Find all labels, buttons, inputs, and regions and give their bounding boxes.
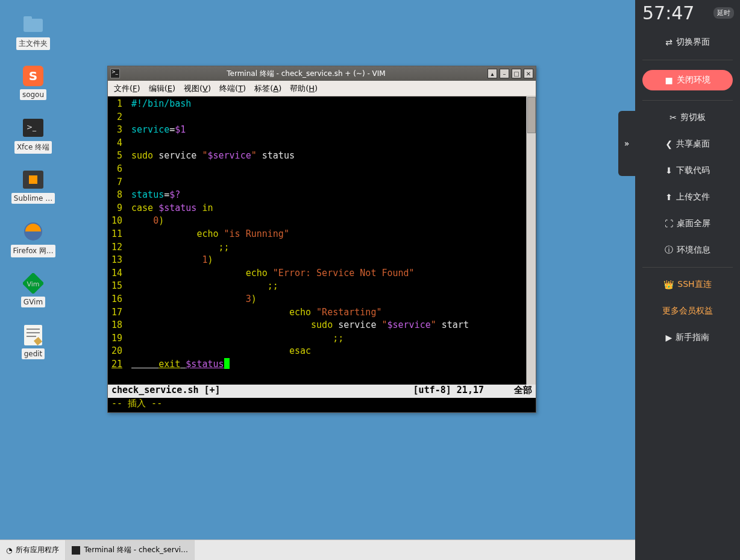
menu-item[interactable]: 编辑(E) bbox=[149, 83, 175, 94]
terminal-icon bbox=[110, 69, 120, 78]
stop-icon: ■ bbox=[665, 75, 673, 85]
timer: 57:47 bbox=[642, 2, 694, 24]
code-line: 5 sudo service "$service" status bbox=[110, 149, 526, 163]
sidebar-item-icon: ⬆ bbox=[665, 192, 673, 202]
status-position: 全部 bbox=[514, 385, 532, 398]
sidebar-collapse-tab[interactable]: » bbox=[618, 111, 635, 176]
terminal-area[interactable]: 1 #!/bin/bash2 3 service=$14 5 sudo serv… bbox=[108, 96, 536, 385]
sogou-icon: S bbox=[21, 65, 45, 87]
sidebar-item-label: 桌面全屏 bbox=[677, 218, 710, 229]
gvim-icon: Vim bbox=[21, 272, 45, 294]
line-number: 10 bbox=[110, 215, 126, 228]
rollup-button[interactable]: ▴ bbox=[488, 69, 497, 78]
terminal-icon bbox=[72, 546, 80, 555]
taskbar-terminal-task[interactable]: Terminal 终端 - check_servi… bbox=[66, 540, 195, 560]
menu-item[interactable]: 文件(F) bbox=[114, 83, 140, 94]
code-line: 4 bbox=[110, 137, 526, 150]
minimize-button[interactable]: – bbox=[500, 69, 509, 78]
desktop-icon-xfce-terminal[interactable]: >_Xfce 终端 bbox=[10, 117, 57, 154]
terminal-body[interactable]: 1 #!/bin/bash2 3 service=$14 5 sudo serv… bbox=[108, 96, 526, 385]
terminal-window: Terminal 终端 - check_service.sh + (~) - V… bbox=[107, 66, 536, 413]
newbie-guide-button[interactable]: ▶ 新手指南 bbox=[635, 324, 740, 351]
icon-label: gedit bbox=[22, 348, 45, 359]
line-number: 18 bbox=[110, 319, 126, 332]
desktop-icon-home-folder[interactable]: 主文件夹 bbox=[10, 13, 57, 50]
scrollbar-thumb[interactable] bbox=[527, 97, 536, 133]
scrollbar[interactable] bbox=[526, 96, 536, 385]
sidebar-item[interactable]: ⛶桌面全屏 bbox=[635, 210, 740, 237]
window-titlebar[interactable]: Terminal 终端 - check_service.sh + (~) - V… bbox=[108, 66, 536, 81]
xfce-terminal-icon: >_ bbox=[21, 117, 45, 139]
line-number: 5 bbox=[110, 149, 126, 163]
line-number: 14 bbox=[110, 267, 126, 280]
code-line: 1 #!/bin/bash bbox=[110, 98, 526, 111]
line-number: 19 bbox=[110, 332, 126, 345]
delay-badge[interactable]: 延时 bbox=[713, 7, 734, 19]
line-number: 2 bbox=[110, 111, 126, 124]
code-line: 11 echo "is Running" bbox=[110, 228, 526, 241]
svg-text:Vim: Vim bbox=[27, 280, 39, 288]
firefox-icon bbox=[21, 221, 45, 242]
desktop-icon-gedit[interactable]: gedit bbox=[10, 324, 57, 359]
line-number: 17 bbox=[110, 306, 126, 319]
close-env-button[interactable]: ■ 关闭环境 bbox=[642, 70, 733, 90]
code-line: 20 esac bbox=[110, 345, 526, 358]
window-buttons: ▴ – □ ✕ bbox=[488, 69, 533, 78]
menu-item[interactable]: 标签(A) bbox=[254, 83, 281, 94]
code-line: 12 ;; bbox=[110, 241, 526, 254]
line-number: 6 bbox=[110, 163, 126, 176]
line-number: 3 bbox=[110, 124, 126, 137]
code-line: 14 echo "Error: Service Not Found" bbox=[110, 267, 526, 280]
ssh-direct-button[interactable]: 👑 SSH直连 bbox=[635, 271, 740, 298]
line-number: 16 bbox=[110, 293, 126, 306]
code-line: 7 bbox=[110, 176, 526, 189]
apps-menu-button[interactable]: ◔ 所有应用程序 bbox=[0, 540, 66, 560]
line-number: 21 bbox=[110, 358, 126, 371]
code-line: 3 service=$1 bbox=[110, 124, 526, 137]
sidebar-item-icon: ❮ bbox=[665, 139, 673, 149]
member-benefits-button[interactable]: 更多会员权益 bbox=[635, 298, 740, 324]
sidebar-item[interactable]: ⬇下载代码 bbox=[635, 157, 740, 184]
code-line: 6 bbox=[110, 163, 526, 176]
sidebar-item[interactable]: ❮共享桌面 bbox=[635, 131, 740, 157]
code-line: 19 ;; bbox=[110, 332, 526, 345]
status-file: check_service.sh [+] bbox=[111, 385, 221, 398]
code-line: 10 0) bbox=[110, 215, 526, 228]
desktop-icon-sublime[interactable]: Sublime … bbox=[10, 169, 57, 204]
sublime-icon bbox=[21, 169, 45, 190]
code-line: 9 case $status in bbox=[110, 202, 526, 215]
menu-item[interactable]: 终端(T) bbox=[219, 83, 246, 94]
menubar: 文件(F)编辑(E)视图(V)终端(T)标签(A)帮助(H) bbox=[108, 81, 536, 96]
line-number: 7 bbox=[110, 176, 126, 189]
sidebar-item[interactable]: ✂剪切板 bbox=[635, 104, 740, 131]
code-line: 21 exit $status bbox=[110, 358, 526, 371]
line-number: 9 bbox=[110, 202, 126, 215]
menu-item[interactable]: 帮助(H) bbox=[290, 83, 318, 94]
maximize-button[interactable]: □ bbox=[512, 69, 521, 78]
desktop-icon-gvim[interactable]: VimGVim bbox=[10, 272, 57, 307]
close-button[interactable]: ✕ bbox=[524, 69, 533, 78]
apps-icon: ◔ bbox=[6, 546, 12, 555]
code-line: 15 ;; bbox=[110, 280, 526, 293]
sidebar-item-icon: ✂ bbox=[669, 113, 677, 122]
control-sidebar: » 57:47 延时 ⇄ 切换界面 ■ 关闭环境 ✂剪切板❮共享桌面⬇下载代码⬆… bbox=[635, 0, 740, 560]
cursor bbox=[224, 358, 230, 369]
icon-label: Sublime … bbox=[11, 193, 55, 204]
icon-label: sogou bbox=[20, 89, 46, 100]
desktop-icon-sogou[interactable]: Ssogou bbox=[10, 65, 57, 100]
icon-label: Xfce 终端 bbox=[14, 141, 52, 154]
sidebar-item-label: 上传文件 bbox=[676, 192, 710, 203]
desktop-icon-firefox[interactable]: Firefox 网... bbox=[10, 221, 57, 257]
svg-text:>_: >_ bbox=[27, 123, 37, 131]
icon-label: Firefox 网... bbox=[11, 245, 56, 257]
sidebar-item[interactable]: ⬆上传文件 bbox=[635, 184, 740, 210]
sidebar-item-label: 环境信息 bbox=[677, 245, 710, 256]
vim-status-line: check_service.sh [+] [utf-8] 21,17 全部 bbox=[108, 385, 536, 398]
menu-item[interactable]: 视图(V) bbox=[184, 83, 211, 94]
video-icon: ▶ bbox=[666, 333, 673, 342]
line-number: 20 bbox=[110, 345, 126, 358]
line-number: 1 bbox=[110, 98, 126, 111]
sidebar-item[interactable]: ⓘ环境信息 bbox=[635, 237, 740, 263]
svg-rect-1 bbox=[24, 16, 32, 21]
switch-view-button[interactable]: ⇄ 切换界面 bbox=[635, 28, 740, 56]
